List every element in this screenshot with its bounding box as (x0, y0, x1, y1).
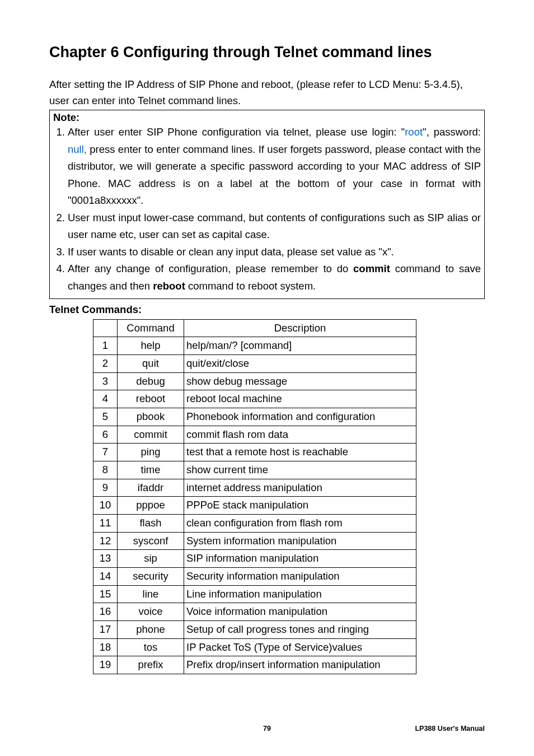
row-description: internet address manipulation (184, 479, 416, 497)
row-description: show debug message (184, 372, 416, 390)
note-box: Note: After user enter SIP Phone configu… (49, 110, 485, 298)
intro-paragraph: After setting the IP Address of SIP Phon… (49, 77, 485, 109)
row-index: 8 (93, 461, 118, 479)
row-command: prefix (118, 656, 184, 674)
row-description: Setup of call progress tones and ringing (184, 620, 416, 638)
note1-text-a: After user enter SIP Phone configuration… (68, 126, 405, 138)
row-command: pbook (118, 408, 184, 426)
note1-text-b: ", password: (423, 126, 481, 138)
table-row: 17phoneSetup of call progress tones and … (93, 620, 416, 638)
row-command: voice (118, 603, 184, 621)
row-index: 17 (93, 620, 118, 638)
row-description: IP Packet ToS (Type of Service)values (184, 638, 416, 656)
header-description: Description (184, 319, 416, 337)
commands-table: Command Description 1helphelp/man/? [com… (93, 319, 416, 674)
row-index: 7 (93, 444, 118, 461)
row-description: help/man/? [command] (184, 337, 416, 355)
footer-page-number: 79 (263, 725, 271, 732)
table-row: 1helphelp/man/? [command] (93, 337, 416, 355)
note4-reboot: reboot (153, 280, 185, 292)
row-command: quit (118, 354, 184, 372)
row-description: commit flash rom data (184, 426, 416, 444)
row-command: reboot (118, 390, 184, 408)
row-index: 10 (93, 497, 118, 515)
note-label: Note: (53, 111, 481, 124)
row-index: 3 (93, 372, 118, 390)
row-command: phone (118, 620, 184, 638)
table-row: 14securitySecurity information manipulat… (93, 567, 416, 585)
row-command: ifaddr (118, 479, 184, 497)
row-description: Line information manipulation (184, 585, 416, 603)
row-command: sysconf (118, 532, 184, 550)
row-description: clean configuration from flash rom (184, 514, 416, 532)
row-index: 5 (93, 408, 118, 426)
row-index: 9 (93, 479, 118, 497)
row-command: tos (118, 638, 184, 656)
row-index: 4 (93, 390, 118, 408)
row-command: pppoe (118, 497, 184, 515)
table-row: 4rebootreboot local machine (93, 390, 416, 408)
row-command: commit (118, 426, 184, 444)
row-command: line (118, 585, 184, 603)
row-description: PPPoE stack manipulation (184, 497, 416, 515)
row-command: sip (118, 550, 184, 568)
chapter-title: Chapter 6 Configuring through Telnet com… (49, 44, 485, 61)
note1-root-link: root (405, 126, 423, 138)
row-index: 6 (93, 426, 118, 444)
note-item-4: After any change of configuration, pleas… (68, 260, 481, 295)
row-index: 12 (93, 532, 118, 550)
table-row: 12sysconfSystem information manipulation (93, 532, 416, 550)
footer-manual-name: LP388 User's Manual (415, 725, 485, 732)
row-command: ping (118, 444, 184, 461)
note-item-1: After user enter SIP Phone configuration… (68, 124, 481, 209)
note4-text-c: command to reboot system. (185, 280, 316, 292)
row-index: 19 (93, 656, 118, 674)
table-row: 18tosIP Packet ToS (Type of Service)valu… (93, 638, 416, 656)
page: Chapter 6 Configuring through Telnet com… (0, 0, 534, 756)
table-row: 15lineLine information manipulation (93, 585, 416, 603)
note-item-2: User must input lower-case command, but … (68, 209, 481, 244)
row-description: Phonebook information and configuration (184, 408, 416, 426)
row-index: 14 (93, 567, 118, 585)
row-description: Security information manipulation (184, 567, 416, 585)
table-row: 19prefixPrefix drop/insert information m… (93, 656, 416, 674)
note-list: After user enter SIP Phone configuration… (53, 124, 481, 295)
note-item-3: If user wants to disable or clean any in… (68, 244, 481, 261)
row-command: help (118, 337, 184, 355)
row-command: flash (118, 514, 184, 532)
row-description: reboot local machine (184, 390, 416, 408)
row-index: 11 (93, 514, 118, 532)
table-header-row: Command Description (93, 319, 416, 337)
row-description: Prefix drop/insert information manipulat… (184, 656, 416, 674)
note4-text-a: After any change of configuration, pleas… (68, 263, 353, 274)
header-command: Command (118, 319, 184, 337)
row-description: quit/exit/close (184, 354, 416, 372)
table-row: 7pingtest that a remote host is reachabl… (93, 444, 416, 461)
row-command: debug (118, 372, 184, 390)
row-index: 1 (93, 337, 118, 355)
row-command: security (118, 567, 184, 585)
row-description: System information manipulation (184, 532, 416, 550)
row-index: 13 (93, 550, 118, 568)
table-row: 10pppoePPPoE stack manipulation (93, 497, 416, 515)
telnet-commands-heading: Telnet Commands: (49, 304, 485, 316)
row-index: 18 (93, 638, 118, 656)
table-row: 5pbookPhonebook information and configur… (93, 408, 416, 426)
table-row: 13sipSIP information manipulation (93, 550, 416, 568)
table-row: 3debugshow debug message (93, 372, 416, 390)
row-description: Voice information manipulation (184, 603, 416, 621)
row-description: SIP information manipulation (184, 550, 416, 568)
table-row: 8timeshow current time (93, 461, 416, 479)
row-description: show current time (184, 461, 416, 479)
note4-commit: commit (353, 263, 390, 274)
table-row: 9ifaddrinternet address manipulation (93, 479, 416, 497)
table-row: 11flashclean configuration from flash ro… (93, 514, 416, 532)
row-command: time (118, 461, 184, 479)
table-row: 6commitcommit flash rom data (93, 426, 416, 444)
note1-text-c: press enter to enter command lines. If u… (68, 143, 481, 207)
row-index: 16 (93, 603, 118, 621)
table-row: 16voiceVoice information manipulation (93, 603, 416, 621)
table-row: 2quitquit/exit/close (93, 354, 416, 372)
row-description: test that a remote host is reachable (184, 444, 416, 461)
row-index: 2 (93, 354, 118, 372)
